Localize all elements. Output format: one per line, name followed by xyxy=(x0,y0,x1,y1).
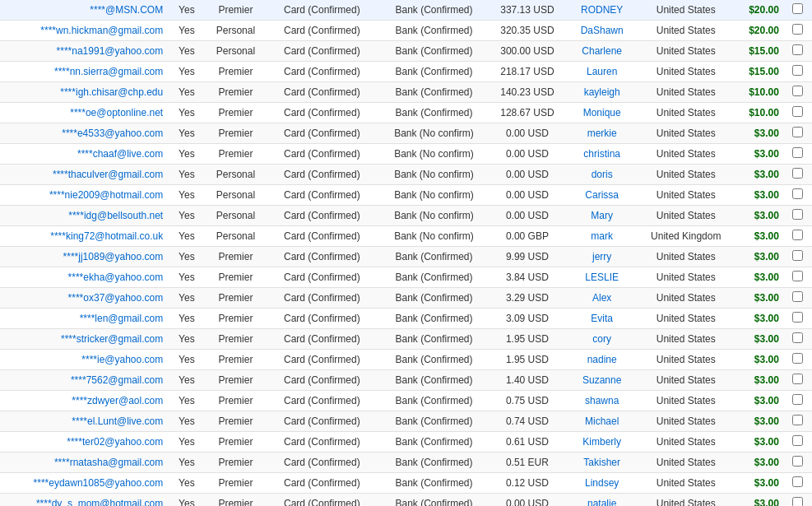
name-cell[interactable]: shawna xyxy=(564,391,639,411)
card-cell: Card (Confirmed) xyxy=(266,453,378,473)
name-cell[interactable]: Michael xyxy=(564,411,639,432)
email-cell[interactable]: ****7562@gmail.com xyxy=(0,370,168,391)
name-cell[interactable]: cory xyxy=(564,329,639,350)
name-cell[interactable]: RODNEY xyxy=(564,0,639,21)
email-cell[interactable]: ****thaculver@gmail.com xyxy=(0,165,168,185)
select-checkbox-cell xyxy=(784,41,812,62)
email-cell[interactable]: ****idg@bellsouth.net xyxy=(0,206,168,226)
type-cell: Premier xyxy=(206,267,267,288)
name-cell[interactable]: Carissa xyxy=(564,185,639,206)
row-checkbox[interactable] xyxy=(792,147,803,158)
email-cell[interactable]: ****len@gmail.com xyxy=(0,309,168,329)
email-cell[interactable]: ****wn.hickman@gmail.com xyxy=(0,21,168,41)
select-checkbox-cell xyxy=(784,185,812,206)
row-checkbox[interactable] xyxy=(792,127,803,137)
email-cell[interactable]: ****igh.chisar@chp.edu xyxy=(0,82,168,103)
row-checkbox[interactable] xyxy=(792,106,803,117)
name-cell[interactable]: Lindsey xyxy=(564,473,639,494)
email-cell[interactable]: ****dy_s_mom@hotmail.com xyxy=(0,494,168,507)
name-cell[interactable]: kayleigh xyxy=(564,82,639,103)
row-checkbox[interactable] xyxy=(792,476,803,487)
card-cell: Card (Confirmed) xyxy=(266,309,378,329)
row-checkbox[interactable] xyxy=(792,456,803,467)
email-cell[interactable]: ****stricker@gmail.com xyxy=(0,329,168,350)
email-cell[interactable]: ****rnatasha@gmail.com xyxy=(0,453,168,473)
email-cell[interactable]: ****zdwyer@aol.com xyxy=(0,391,168,411)
name-cell[interactable]: Mary xyxy=(564,206,639,226)
row-checkbox[interactable] xyxy=(792,44,803,55)
email-cell[interactable]: ****ter02@yahoo.com xyxy=(0,432,168,453)
row-checkbox[interactable] xyxy=(792,497,803,506)
name-cell[interactable]: natalie xyxy=(564,494,639,507)
email-cell[interactable]: ****ox37@yahoo.com xyxy=(0,288,168,309)
country-cell: United States xyxy=(639,350,732,370)
name-cell[interactable]: Suzanne xyxy=(564,370,639,391)
row-checkbox[interactable] xyxy=(792,250,803,261)
name-cell[interactable]: Monique xyxy=(564,103,639,123)
email-cell[interactable]: ****chaaf@live.com xyxy=(0,144,168,165)
email-cell[interactable]: ****king72@hotmail.co.uk xyxy=(0,226,168,247)
row-checkbox[interactable] xyxy=(792,188,803,199)
select-checkbox-cell xyxy=(784,329,812,350)
card-cell: Card (Confirmed) xyxy=(266,123,378,144)
row-checkbox[interactable] xyxy=(792,230,803,240)
name-cell[interactable]: nadine xyxy=(564,350,639,370)
email-cell[interactable]: ****nn.sierra@gmail.com xyxy=(0,62,168,82)
price-cell: $15.00 xyxy=(733,41,784,62)
row-checkbox[interactable] xyxy=(792,415,803,425)
email-cell[interactable]: ****oe@optonline.net xyxy=(0,103,168,123)
card-cell: Card (Confirmed) xyxy=(266,432,378,453)
bank-cell: Bank (Confirmed) xyxy=(378,370,490,391)
row-checkbox[interactable] xyxy=(792,24,803,35)
price-cell: $3.00 xyxy=(733,144,784,165)
name-cell[interactable]: Kimberly xyxy=(564,432,639,453)
email-cell[interactable]: ****@MSN.COM xyxy=(0,0,168,21)
email-cell[interactable]: ****na1991@yahoo.com xyxy=(0,41,168,62)
row-checkbox[interactable] xyxy=(792,394,803,405)
email-cell[interactable]: ****eydawn1085@yahoo.com xyxy=(0,473,168,494)
email-cell[interactable]: ****nie2009@hotmail.com xyxy=(0,185,168,206)
row-checkbox[interactable] xyxy=(792,332,803,343)
row-checkbox[interactable] xyxy=(792,291,803,302)
email-cell[interactable]: ****ie@yahoo.com xyxy=(0,350,168,370)
row-checkbox[interactable] xyxy=(792,435,803,446)
type-cell: Premier xyxy=(206,391,267,411)
row-checkbox[interactable] xyxy=(792,312,803,323)
name-cell[interactable]: DaShawn xyxy=(564,21,639,41)
email-cell[interactable]: ****ekha@yahoo.com xyxy=(0,267,168,288)
amount-cell: 1.40 USD xyxy=(490,370,565,391)
name-cell[interactable]: christina xyxy=(564,144,639,165)
name-cell[interactable]: Alex xyxy=(564,288,639,309)
verified-cell: Yes xyxy=(168,432,205,453)
name-cell[interactable]: Charlene xyxy=(564,41,639,62)
row-checkbox[interactable] xyxy=(792,3,803,14)
email-cell[interactable]: ****el.Lunt@live.com xyxy=(0,411,168,432)
row-checkbox[interactable] xyxy=(792,353,803,364)
table-row: ****stricker@gmail.comYesPremierCard (Co… xyxy=(0,329,812,350)
row-checkbox[interactable] xyxy=(792,209,803,220)
country-cell: United States xyxy=(639,62,732,82)
row-checkbox[interactable] xyxy=(792,65,803,76)
row-checkbox[interactable] xyxy=(792,374,803,384)
main-table-container: ****@MSN.COMYesPremierCard (Confirmed)Ba… xyxy=(0,0,812,506)
table-row: ****wn.hickman@gmail.comYesPersonalCard … xyxy=(0,21,812,41)
email-cell[interactable]: ****jj1089@yahoo.com xyxy=(0,247,168,267)
row-checkbox[interactable] xyxy=(792,168,803,179)
price-cell: $3.00 xyxy=(733,432,784,453)
name-cell[interactable]: Lauren xyxy=(564,62,639,82)
email-cell[interactable]: ****e4533@yahoo.com xyxy=(0,123,168,144)
name-cell[interactable]: jerry xyxy=(564,247,639,267)
card-cell: Card (Confirmed) xyxy=(266,288,378,309)
type-cell: Premier xyxy=(206,144,267,165)
price-cell: $3.00 xyxy=(733,329,784,350)
name-cell[interactable]: mark xyxy=(564,226,639,247)
name-cell[interactable]: merkie xyxy=(564,123,639,144)
row-checkbox[interactable] xyxy=(792,86,803,96)
name-cell[interactable]: Evita xyxy=(564,309,639,329)
type-cell: Premier xyxy=(206,309,267,329)
amount-cell: 3.09 USD xyxy=(490,309,565,329)
name-cell[interactable]: Takisher xyxy=(564,453,639,473)
name-cell[interactable]: LESLIE xyxy=(564,267,639,288)
name-cell[interactable]: doris xyxy=(564,165,639,185)
row-checkbox[interactable] xyxy=(792,271,803,281)
